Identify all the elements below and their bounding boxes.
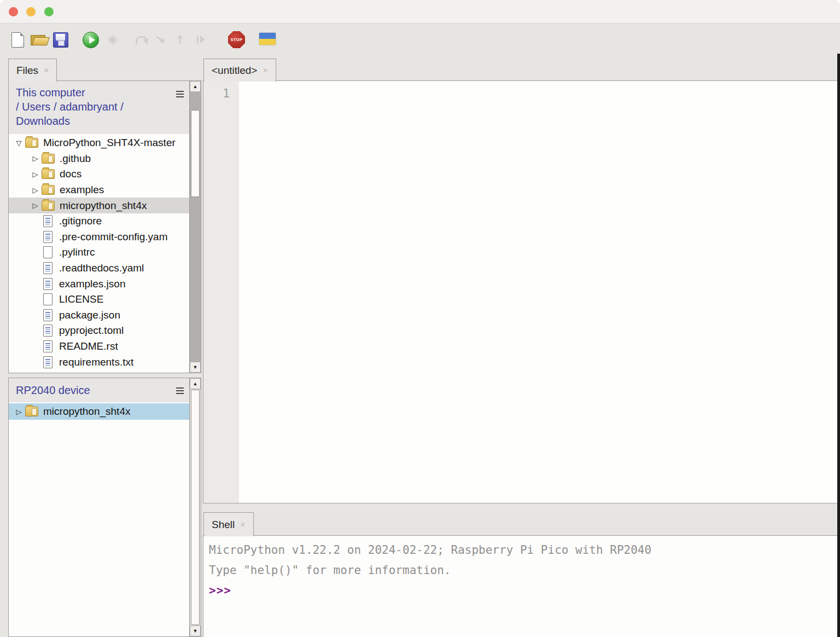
ukraine-flag-button[interactable]: [259, 33, 276, 45]
resume-button: [196, 34, 206, 44]
debug-script-icon: [108, 35, 118, 45]
tab-files[interactable]: Files: [8, 59, 57, 82]
device-tree: ▷micropython_sht4x: [9, 402, 189, 636]
shell-output-line: Type "help()" for more information.: [209, 560, 840, 581]
tab-editor-untitled[interactable]: <untitled>: [203, 59, 276, 82]
file-icon: [43, 246, 52, 258]
file-icon: [43, 215, 52, 227]
expand-icon[interactable]: ▷: [13, 408, 25, 416]
shell-output[interactable]: MicroPython v1.22.2 on 2024-02-22; Raspb…: [203, 536, 840, 637]
save-file-button[interactable]: [53, 32, 68, 48]
step-into-button: [155, 35, 166, 44]
stop-restart-icon: STOP: [228, 31, 245, 48]
tree-item-label: .readthedocs.yaml: [59, 262, 144, 274]
tree-item[interactable]: README.rst: [9, 339, 189, 355]
tree-item[interactable]: examples.json: [9, 276, 189, 292]
scroll-up-button[interactable]: [190, 378, 201, 389]
tab-shell[interactable]: Shell: [203, 512, 254, 536]
tree-item[interactable]: pyproject.toml: [9, 323, 189, 339]
tree-item[interactable]: LICENSE: [9, 292, 189, 308]
shell-prompt[interactable]: >>>: [209, 581, 840, 601]
new-file-button[interactable]: [11, 32, 24, 48]
tree-item-label: micropython_sht4x: [60, 200, 147, 212]
screen-edge: [837, 54, 840, 637]
step-over-button: [135, 35, 149, 44]
shell-output-line: MicroPython v1.22.2 on 2024-02-22; Raspb…: [209, 540, 840, 560]
stop-restart-button[interactable]: STOP: [228, 31, 245, 48]
expand-icon[interactable]: ▷: [29, 186, 42, 194]
tree-item-label: requirements.txt: [59, 356, 133, 368]
tree-item-label: pyproject.toml: [59, 325, 124, 337]
breadcrumb-line[interactable]: / Users / adambryant /: [16, 100, 201, 114]
folder-icon: [25, 138, 38, 148]
titlebar[interactable]: [0, 0, 840, 24]
hamburger-menu-icon[interactable]: [176, 91, 184, 97]
file-icon: [43, 325, 52, 337]
device-panel-header: RP2040 device: [9, 378, 201, 402]
scrollbar-thumb[interactable]: [191, 390, 200, 625]
tree-item[interactable]: ▷micropython_sht4x: [9, 403, 189, 420]
tree-item[interactable]: .pre-commit-config.yam: [9, 229, 189, 245]
open-file-icon: [31, 34, 47, 46]
tree-item[interactable]: .gitignore: [9, 213, 189, 229]
close-window-button[interactable]: [9, 7, 18, 16]
expand-icon[interactable]: ▷: [29, 154, 42, 163]
breadcrumb[interactable]: This computer/ Users / adambryant /Downl…: [16, 85, 201, 128]
tree-item[interactable]: .pylintrc: [9, 245, 189, 260]
collapse-icon[interactable]: ▽: [13, 139, 25, 147]
device-panel-title: RP2040 device: [9, 378, 201, 402]
tab-editor-label: <untitled>: [212, 65, 257, 77]
tree-item-label: .github: [60, 153, 91, 165]
hamburger-menu-icon[interactable]: [176, 387, 184, 394]
breadcrumb-line[interactable]: This computer: [16, 85, 201, 100]
folder-icon: [42, 154, 55, 164]
tree-item[interactable]: ▷docs: [9, 166, 189, 182]
tree-item[interactable]: ▽MicroPython_SHT4X-master: [9, 135, 189, 151]
tree-item-label: .pre-commit-config.yam: [59, 231, 168, 243]
run-script-button[interactable]: [83, 32, 99, 48]
expand-icon[interactable]: ▷: [29, 170, 42, 178]
scrollbar-thumb[interactable]: [191, 110, 200, 197]
step-out-button: [175, 35, 186, 44]
scroll-down-button[interactable]: [190, 626, 201, 636]
scroll-up-button[interactable]: [190, 81, 201, 92]
line-number: 1: [203, 86, 239, 101]
tree-item[interactable]: ▷.github: [9, 151, 189, 167]
expand-icon[interactable]: ▷: [29, 201, 42, 210]
file-icon: [43, 340, 52, 352]
zoom-window-button[interactable]: [44, 7, 54, 16]
tree-item-label: docs: [60, 168, 81, 180]
files-panel-header: This computer/ Users / adambryant /Downl…: [9, 81, 201, 134]
breadcrumb-line[interactable]: Downloads: [16, 114, 201, 128]
files-scrollbar[interactable]: [189, 81, 201, 373]
tree-item[interactable]: .readthedocs.yaml: [9, 260, 189, 276]
file-icon: [43, 262, 52, 274]
resume-icon: [196, 34, 206, 44]
scroll-down-button[interactable]: [190, 362, 201, 373]
open-file-button[interactable]: [31, 34, 47, 46]
tree-item-label: examples.json: [59, 278, 125, 290]
close-tab-icon[interactable]: [240, 520, 245, 529]
file-icon: [43, 231, 52, 243]
tree-item[interactable]: ▷examples: [9, 182, 189, 198]
close-tab-icon[interactable]: [44, 66, 49, 75]
tree-item-label: micropython_sht4x: [43, 406, 130, 418]
tree-item[interactable]: package.json: [9, 308, 189, 323]
close-tab-icon[interactable]: [262, 66, 267, 75]
file-icon: [43, 293, 52, 305]
folder-icon: [42, 201, 55, 211]
tree-item-label: .pylintrc: [59, 246, 95, 258]
shell-tabbar-border: [203, 535, 840, 536]
new-file-icon: [11, 32, 24, 48]
minimize-window-button[interactable]: [26, 7, 36, 16]
folder-icon: [42, 185, 55, 195]
tree-item[interactable]: ▷micropython_sht4x: [9, 198, 189, 213]
device-panel: RP2040 device ▷micropython_sht4x: [8, 378, 201, 637]
tree-item[interactable]: requirements.txt: [9, 354, 189, 370]
device-scrollbar[interactable]: [189, 378, 201, 636]
code-editor[interactable]: 1: [203, 81, 840, 503]
folder-icon: [42, 169, 55, 179]
line-number-gutter: 1: [203, 81, 239, 503]
step-out-icon: [175, 35, 186, 44]
debug-script-button: [108, 35, 118, 45]
